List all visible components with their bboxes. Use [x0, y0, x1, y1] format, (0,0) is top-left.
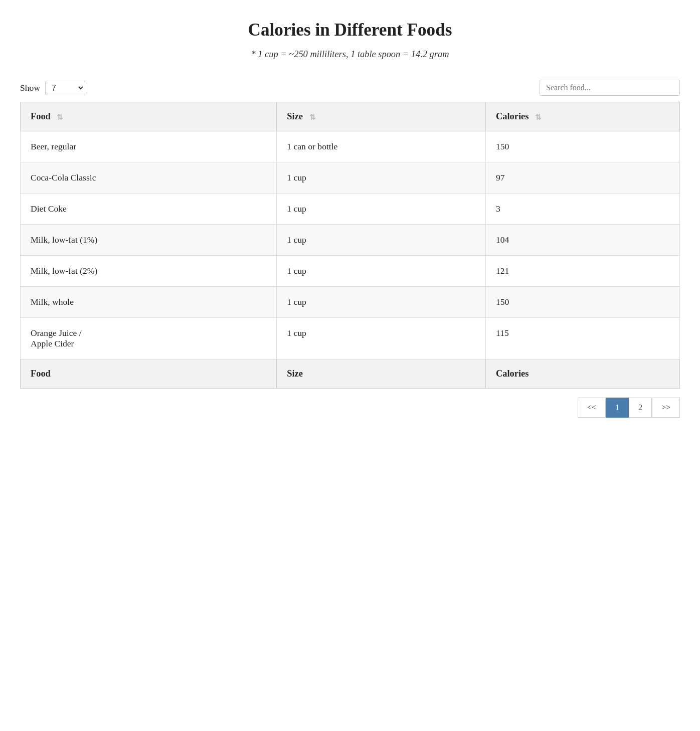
cell-food: Milk, low-fat (2%): [21, 256, 277, 287]
table-footer-row: Food Size Calories: [21, 359, 680, 389]
table-row: Milk, low-fat (1%)1 cup104: [21, 225, 680, 256]
cell-food: Milk, low-fat (1%): [21, 225, 277, 256]
sort-icon-calories: ⇅: [535, 113, 542, 121]
footer-food: Food: [21, 359, 277, 389]
show-control: Show 7 5 10 25: [20, 81, 85, 95]
cell-calories: 3: [486, 194, 680, 225]
pagination-prev[interactable]: <<: [578, 398, 606, 418]
cell-food: Coca-Cola Classic: [21, 162, 277, 194]
search-input[interactable]: [540, 80, 680, 96]
show-label: Show: [20, 83, 40, 93]
footer-calories: Calories: [486, 359, 680, 389]
pagination-page-2[interactable]: 2: [629, 398, 652, 418]
column-header-calories[interactable]: Calories ⇅: [486, 102, 680, 131]
table-row: Milk, low-fat (2%)1 cup121: [21, 256, 680, 287]
table-row: Beer, regular1 can or bottle150: [21, 131, 680, 162]
table-row: Coca-Cola Classic1 cup97: [21, 162, 680, 194]
cell-size: 1 cup: [277, 162, 486, 194]
cell-size: 1 cup: [277, 225, 486, 256]
page-title: Calories in Different Foods: [20, 20, 680, 40]
pagination-page-1[interactable]: 1: [606, 398, 629, 418]
sort-icon-food: ⇅: [57, 113, 63, 121]
pagination-next[interactable]: >>: [652, 398, 680, 418]
cell-calories: 104: [486, 225, 680, 256]
table-body: Beer, regular1 can or bottle150Coca-Cola…: [21, 131, 680, 359]
cell-food: Orange Juice / Apple Cider: [21, 318, 277, 359]
cell-calories: 97: [486, 162, 680, 194]
cell-size: 1 cup: [277, 287, 486, 318]
table-header-row: Food ⇅ Size ⇅ Calories ⇅: [21, 102, 680, 131]
cell-size: 1 can or bottle: [277, 131, 486, 162]
cell-calories: 115: [486, 318, 680, 359]
sort-icon-size: ⇅: [309, 113, 316, 121]
table-controls: Show 7 5 10 25: [20, 80, 680, 96]
show-select[interactable]: 7 5 10 25: [45, 81, 85, 95]
cell-food: Beer, regular: [21, 131, 277, 162]
footer-size: Size: [277, 359, 486, 389]
column-header-size[interactable]: Size ⇅: [277, 102, 486, 131]
cell-calories: 121: [486, 256, 680, 287]
cell-food: Diet Coke: [21, 194, 277, 225]
cell-food: Milk, whole: [21, 287, 277, 318]
table-row: Milk, whole1 cup150: [21, 287, 680, 318]
table-row: Diet Coke1 cup3: [21, 194, 680, 225]
cell-calories: 150: [486, 287, 680, 318]
cell-size: 1 cup: [277, 194, 486, 225]
food-table: Food ⇅ Size ⇅ Calories ⇅ Beer, regular1 …: [20, 102, 680, 389]
cell-size: 1 cup: [277, 256, 486, 287]
pagination: << 1 2 >>: [20, 398, 680, 418]
page-subtitle: * 1 cup = ~250 milliliters, 1 table spoo…: [20, 49, 680, 60]
column-header-food[interactable]: Food ⇅: [21, 102, 277, 131]
table-row: Orange Juice / Apple Cider1 cup115: [21, 318, 680, 359]
cell-size: 1 cup: [277, 318, 486, 359]
cell-calories: 150: [486, 131, 680, 162]
